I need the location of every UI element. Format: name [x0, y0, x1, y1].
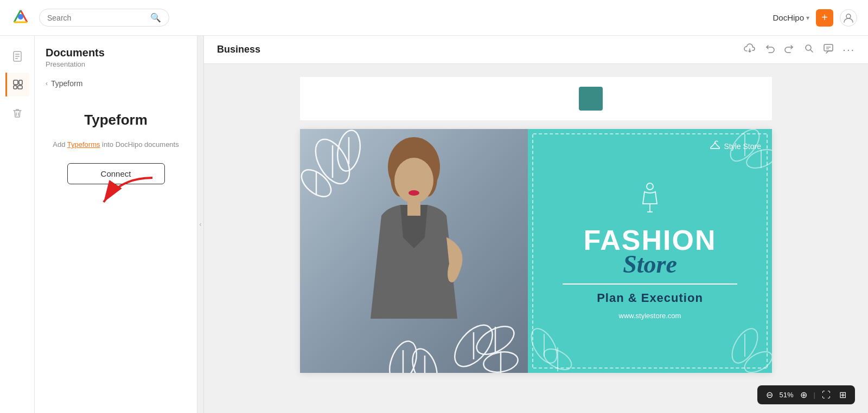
zoom-grid-button[interactable]: ⊞ — [837, 389, 848, 401]
svg-point-54 — [727, 325, 763, 367]
panel-content: Typeform Add Typeforms into DocHipo docu… — [46, 112, 186, 184]
redo-icon[interactable] — [784, 43, 795, 56]
svg-rect-7 — [14, 80, 18, 85]
dashed-border-bottom — [533, 367, 767, 369]
fashion-right-panel: Style Store — [528, 129, 772, 373]
canvas-area: Business — [204, 36, 868, 413]
top-navigation: 🔍 DocHipo ▾ + — [0, 0, 868, 36]
canvas-toolbar: Business — [204, 36, 868, 64]
slide-top-partial — [300, 77, 772, 120]
dashed-border-right — [767, 134, 768, 367]
side-panel: Documents Presentation ‹ Typeform Typefo… — [35, 36, 197, 413]
search-input[interactable] — [47, 14, 146, 22]
svg-rect-9 — [14, 86, 17, 89]
panel-connect-area: Connect — [67, 163, 165, 184]
breadcrumb[interactable]: ‹ Typeform — [46, 79, 186, 88]
user-avatar[interactable] — [840, 9, 857, 27]
svg-point-23 — [418, 159, 437, 197]
svg-point-40 — [408, 345, 442, 373]
search-bar[interactable]: 🔍 — [39, 9, 169, 27]
svg-point-39 — [385, 338, 422, 373]
comment-icon[interactable] — [823, 43, 834, 56]
icon-bar — [0, 36, 35, 413]
zoom-in-button[interactable]: ⊕ — [798, 389, 809, 401]
brand-name[interactable]: DocHipo ▾ — [773, 13, 809, 22]
dashed-border-left — [532, 134, 533, 367]
svg-point-20 — [391, 149, 437, 201]
typeforms-link[interactable]: Typeforms — [67, 140, 100, 149]
svg-point-51 — [540, 345, 575, 373]
hanger-icon — [710, 140, 720, 152]
side-panel-subtitle: Presentation — [46, 60, 186, 68]
logo[interactable] — [11, 7, 30, 29]
zoom-out-button[interactable]: ⊖ — [764, 389, 775, 401]
breadcrumb-chevron: ‹ — [46, 80, 48, 87]
side-panel-header: Documents Presentation — [46, 47, 186, 68]
sidebar-item-templates[interactable] — [5, 73, 29, 96]
sidebar-item-documents[interactable] — [5, 44, 29, 68]
svg-rect-16 — [824, 44, 833, 51]
breadcrumb-label: Typeform — [51, 79, 82, 88]
search-canvas-icon[interactable] — [803, 43, 814, 56]
svg-point-43 — [647, 183, 653, 190]
zoom-fit-button[interactable]: ⛶ — [820, 389, 833, 401]
mannequin-icon — [636, 182, 663, 220]
style-store-header: Style Store — [710, 140, 761, 152]
side-panel-title: Documents — [46, 47, 186, 59]
svg-point-25 — [409, 190, 419, 196]
more-options-icon[interactable]: ··· — [843, 43, 855, 56]
search-icon: 🔍 — [150, 12, 161, 23]
zoom-divider: | — [814, 391, 815, 399]
svg-rect-26 — [407, 202, 420, 216]
fashion-divider — [563, 283, 737, 285]
svg-point-34 — [472, 321, 519, 360]
svg-point-28 — [335, 129, 363, 173]
svg-point-2 — [846, 14, 851, 18]
sidebar-item-trash[interactable] — [5, 101, 29, 125]
toolbar-actions: ··· — [744, 42, 855, 57]
style-store-label: Style Store — [724, 142, 761, 151]
fashion-slide-wrapper: Style Store — [300, 129, 772, 373]
model-photo — [300, 129, 528, 373]
fashion-title-block: FASHION Store — [583, 226, 716, 277]
fashion-photo — [300, 129, 528, 373]
svg-point-24 — [394, 158, 433, 203]
red-arrow-annotation — [98, 172, 158, 212]
svg-line-15 — [810, 50, 813, 52]
main-layout: Documents Presentation ‹ Typeform Typefo… — [0, 36, 868, 413]
svg-point-27 — [309, 134, 356, 190]
integration-title: Typeform — [84, 112, 148, 128]
svg-point-22 — [391, 159, 410, 197]
zoom-bar: ⊖ 51% ⊕ | ⛶ ⊞ — [757, 385, 855, 404]
zoom-percent: 51% — [780, 391, 794, 399]
svg-point-35 — [482, 350, 519, 373]
svg-point-33 — [448, 318, 500, 373]
svg-point-29 — [300, 165, 336, 202]
fashion-url: www.stylestore.com — [619, 312, 681, 320]
svg-rect-8 — [19, 80, 22, 85]
teal-square — [579, 87, 603, 111]
fashion-subtitle: Plan & Execution — [597, 291, 703, 305]
canvas-title: Business — [217, 44, 260, 55]
canvas-scroll[interactable]: Style Store — [204, 64, 868, 413]
svg-point-21 — [388, 137, 440, 197]
nav-right: DocHipo ▾ + — [773, 9, 857, 27]
undo-icon[interactable] — [764, 43, 775, 56]
dashed-border-top — [533, 133, 767, 134]
svg-point-1 — [18, 14, 23, 20]
svg-rect-10 — [18, 86, 22, 89]
cloud-save-icon[interactable] — [744, 42, 756, 57]
plus-button[interactable]: + — [816, 9, 833, 27]
svg-rect-19 — [300, 129, 528, 373]
integration-desc: Add Typeforms into DocHipo documents — [53, 139, 178, 150]
fashion-slide: Style Store — [300, 129, 772, 373]
panel-collapse-handle[interactable]: ‹ — [197, 36, 204, 413]
